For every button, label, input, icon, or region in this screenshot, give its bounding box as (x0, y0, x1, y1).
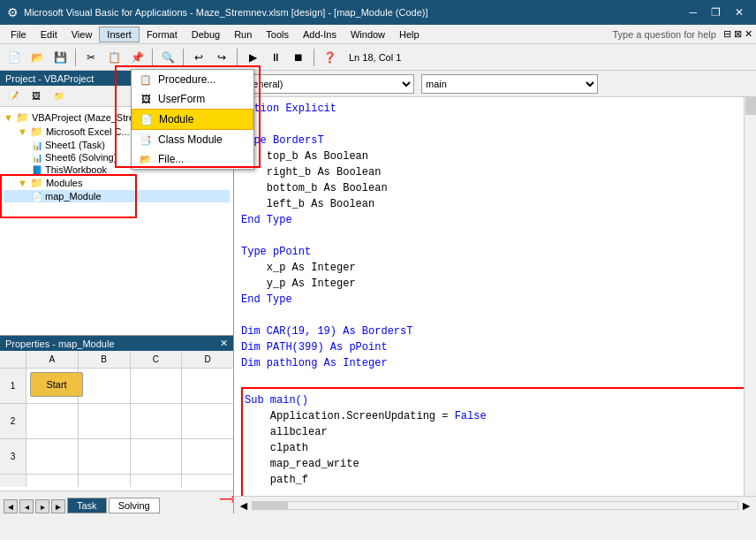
tree-modules[interactable]: ▼ 📁 Modules (4, 176, 230, 190)
sheet-nav-prev[interactable]: ◂ (19, 499, 34, 513)
sheet-nav-last[interactable]: ► (51, 499, 65, 513)
copy-button[interactable]: 📋 (103, 48, 125, 67)
cell-b3[interactable] (79, 439, 131, 474)
close-button[interactable]: ✕ (730, 4, 749, 20)
insert-userform[interactable]: 🖼 UserForm (132, 89, 253, 109)
cell-d1[interactable] (182, 369, 233, 403)
tab-task[interactable]: Task (67, 498, 107, 513)
horizontal-scrollbar[interactable] (252, 501, 738, 510)
insert-module[interactable]: 📄 Module (132, 109, 253, 130)
row-2-header: 2 (0, 404, 26, 438)
general-dropdown[interactable]: (General) (238, 74, 414, 94)
cell-b1[interactable] (79, 369, 131, 403)
menu-file[interactable]: File (4, 27, 34, 42)
toggle-folders-btn[interactable]: 📁 (49, 87, 70, 106)
save-button[interactable]: 💾 (49, 48, 71, 67)
view-object-btn[interactable]: 🖼 (26, 87, 47, 106)
menu-run[interactable]: Run (227, 27, 259, 42)
ln-col-display: Ln 18, Col 1 (349, 52, 401, 63)
sheet-nav-first[interactable]: ◄ (4, 499, 18, 513)
restore-button[interactable]: ❐ (706, 4, 726, 20)
start-button[interactable]: Start (30, 372, 83, 397)
break-button[interactable]: ⏸ (265, 48, 286, 67)
menu-format[interactable]: Format (140, 27, 185, 42)
menu-addins[interactable]: Add-Ins (296, 27, 344, 42)
menu-view[interactable]: View (64, 27, 100, 42)
footer-right-btn[interactable]: ► (740, 498, 752, 513)
sep5 (314, 49, 314, 66)
sep1 (75, 49, 76, 66)
row-1-header: 1 (0, 369, 26, 403)
code-line-6: bottom_b As Boolean (241, 180, 749, 196)
tree-map-module[interactable]: 📄 map_Module (4, 190, 230, 202)
col-header-a: A (26, 351, 79, 368)
code-line-14 (241, 308, 749, 323)
cell-a2[interactable] (26, 404, 79, 438)
sub-block-container: Sub main() Application.ScreenUpdating = … (241, 387, 749, 496)
view-code-btn[interactable]: 📝 (3, 87, 24, 106)
main-dropdown[interactable]: main (421, 74, 598, 94)
insert-class-module[interactable]: 📑 Class Module (132, 130, 253, 149)
insert-procedure[interactable]: 📋 Procedure... (132, 70, 253, 89)
col-header-b: B (79, 351, 131, 368)
cell-d3[interactable] (182, 439, 233, 474)
insert-file[interactable]: 📂 File... (132, 149, 253, 169)
cell-a1[interactable]: Start (26, 369, 79, 403)
code-panel: (General) main Option Explicit Type Bord… (234, 71, 756, 513)
menu-help[interactable]: Help (392, 27, 427, 42)
code-line-9 (241, 228, 749, 244)
paste-button[interactable]: 📌 (126, 48, 147, 67)
cell-c2[interactable] (131, 404, 183, 438)
cell-b2[interactable] (79, 404, 131, 438)
footer-left-btn[interactable]: ◄ (238, 498, 250, 513)
code-content[interactable]: Option Explicit Type BordersT top_b As B… (234, 97, 756, 496)
cell-c3[interactable] (131, 439, 183, 474)
row-3-header: 3 (0, 439, 26, 474)
redo-button[interactable]: ↪ (211, 48, 232, 67)
undo-button[interactable]: ↩ (188, 48, 209, 67)
cell-a3[interactable] (26, 439, 79, 474)
code-line-4: top_b As Boolean (241, 148, 749, 164)
code-line-23: map_read_write (245, 456, 745, 472)
class-module-icon: 📑 (139, 134, 153, 146)
cut-button[interactable]: ✂ (80, 48, 102, 67)
properties-panel-title: Properties - map_Module ✕ (0, 336, 233, 351)
cell-c1[interactable] (131, 369, 183, 403)
code-line-7: left_b As Boolean (241, 196, 749, 212)
code-line-21: allbclear (245, 424, 745, 440)
tab-solving[interactable]: Solving (109, 498, 160, 513)
cell-c4[interactable] (131, 475, 183, 487)
menu-window[interactable]: Window (344, 27, 392, 42)
minimize-button[interactable]: ─ (684, 4, 702, 20)
menu-edit[interactable]: Edit (34, 27, 64, 42)
h-scrollbar-thumb[interactable] (253, 502, 288, 509)
title-bar: ⚙ Microsoft Visual Basic for Application… (0, 0, 756, 25)
help-button[interactable]: ❓ (319, 48, 340, 67)
run-button[interactable]: ▶ (242, 48, 263, 67)
procedure-icon: 📋 (139, 74, 153, 86)
title-text: Microsoft Visual Basic for Applications … (24, 7, 678, 18)
stop-button[interactable]: ⏹ (288, 48, 309, 67)
cell-b4[interactable] (79, 475, 131, 487)
sheet-nav-next[interactable]: ▸ (35, 499, 49, 513)
window-controls: ─ ❐ ✕ (684, 4, 749, 20)
menu-bar: File Edit View Insert Format Debug Run T… (0, 25, 756, 44)
cell-a4[interactable] (26, 475, 79, 487)
menu-tools[interactable]: Tools (259, 27, 296, 42)
code-scrollbar[interactable] (744, 97, 756, 496)
menu-insert[interactable]: Insert (99, 27, 140, 42)
sep2 (152, 49, 153, 66)
new-button[interactable]: 📄 (4, 48, 25, 67)
row-4-header: 4 (0, 475, 26, 487)
cell-d2[interactable] (182, 404, 233, 438)
open-button[interactable]: 📂 (26, 48, 48, 67)
sheet-tabs: ◄ ◂ ▸ ► Task Solving (0, 491, 233, 513)
properties-close[interactable]: ✕ (220, 338, 228, 349)
code-line-3: Type BordersT (241, 133, 749, 148)
find-button[interactable]: 🔍 (157, 48, 178, 67)
menu-debug[interactable]: Debug (185, 27, 227, 42)
code-line-20: Application.ScreenUpdating = False (245, 408, 745, 424)
file-icon: 📂 (139, 154, 153, 165)
scrollbar-thumb[interactable] (745, 97, 756, 115)
row-header-corner (0, 351, 26, 368)
